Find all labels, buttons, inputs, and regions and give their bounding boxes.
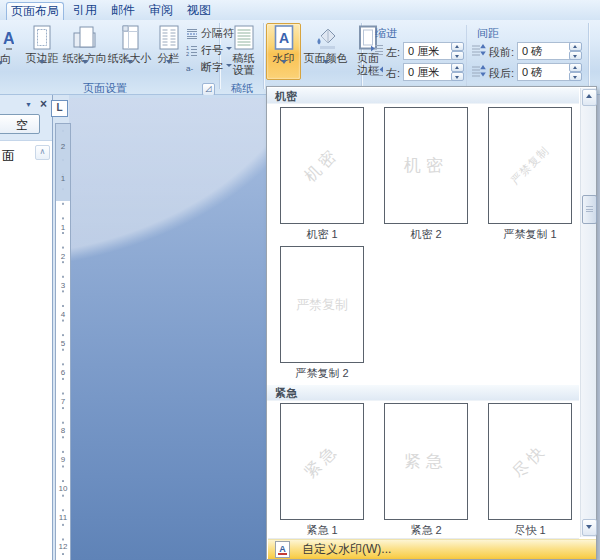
watermark-preview-text: 严禁复制 xyxy=(280,247,364,362)
word-window: 页面布局 引用 邮件 审阅 视图 A 方向 页边距 xyxy=(0,0,600,560)
space-before-label: 段前: xyxy=(489,45,514,60)
tab-stop-selector[interactable]: L xyxy=(51,100,68,117)
watermark-option-jinkuai-1[interactable]: 尽快 尽快 1 xyxy=(488,403,572,538)
watermark-option-jinji-1[interactable]: 紧急 紧急 1 xyxy=(280,403,364,538)
svg-text:2: 2 xyxy=(186,51,189,56)
dropdown-arrow-icon xyxy=(323,60,329,84)
task-pane-partial: ▼ × 空 面 ∧ xyxy=(0,95,53,560)
indent-group-label: 缩进 xyxy=(375,26,397,41)
ruler-number: 8 xyxy=(56,426,70,435)
task-pane-header: ▼ × xyxy=(0,98,52,112)
watermark-preview-text: 紧急 xyxy=(384,404,468,519)
watermark-preview-text: 严禁复制 xyxy=(488,107,572,224)
columns-icon xyxy=(155,25,183,52)
margins-icon xyxy=(28,25,56,52)
scrollbar-up-icon[interactable] xyxy=(582,89,597,106)
space-after-label: 段后: xyxy=(489,66,514,81)
close-icon[interactable]: × xyxy=(40,97,47,111)
ruler-number: 1 xyxy=(56,174,70,183)
tab-view[interactable]: 视图 xyxy=(182,2,216,19)
text-direction-label: 方向 xyxy=(0,53,20,65)
ruler-number: 2 xyxy=(56,252,70,261)
dropdown-arrow-icon xyxy=(39,60,45,84)
ruler-number: 4 xyxy=(56,310,70,319)
indent-left-icon xyxy=(370,44,384,56)
watermark-gallery-popup: 机密 机密 机密 1 机密 机密 2 严禁复制 严禁复制 1 严禁复制 严禁复制… xyxy=(266,86,597,560)
watermark-preview-text: 机密 xyxy=(280,107,364,224)
grid-paper-setup-button[interactable]: 稿纸 设置 xyxy=(224,23,263,80)
orientation-icon xyxy=(71,25,99,52)
page-color-button[interactable]: 页面颜色 xyxy=(301,23,350,80)
columns-button[interactable]: 分栏 xyxy=(151,23,186,80)
tab-review[interactable]: 审阅 xyxy=(144,2,178,19)
page-setup-group-label: 页面设置 xyxy=(70,81,140,96)
space-after-icon xyxy=(471,64,486,77)
text-direction-button[interactable]: A 方向 xyxy=(0,23,21,80)
dropdown-arrow-icon xyxy=(166,60,172,84)
indent-right-label: 右: xyxy=(386,66,400,81)
size-button[interactable]: 纸张大小 xyxy=(106,23,153,80)
ruler-number: 1 xyxy=(56,223,70,232)
grid-paper-icon xyxy=(230,25,258,52)
ribbon-tab-bar: 页面布局 引用 邮件 审阅 视图 xyxy=(0,0,600,20)
custom-watermark-label: 自定义水印(W)... xyxy=(302,541,391,558)
watermark-option-label: 严禁复制 2 xyxy=(280,366,364,381)
watermark-preview-text: 尽快 xyxy=(488,403,572,520)
watermark-option-yanjinfuzhi-1[interactable]: 严禁复制 严禁复制 1 xyxy=(488,107,572,242)
hyphenation-label: 断字 xyxy=(201,60,223,75)
tab-page-layout[interactable]: 页面布局 xyxy=(6,2,64,20)
vertical-ruler: 2 1 1 2 3 4 5 6 7 8 9 10 11 12 xyxy=(55,123,71,560)
scroll-up-icon[interactable]: ∧ xyxy=(35,145,50,160)
dropdown-arrow-icon xyxy=(0,61,3,85)
scrollbar-thumb[interactable] xyxy=(582,195,597,224)
watermark-button[interactable]: A 水印 xyxy=(266,23,301,80)
margins-button[interactable]: 页边距 xyxy=(21,23,63,80)
indent-left-input[interactable]: 0 厘米 xyxy=(403,42,453,60)
space-before-input[interactable]: 0 磅 xyxy=(517,42,571,60)
tab-references[interactable]: 引用 xyxy=(68,2,102,19)
group-separator xyxy=(588,23,589,89)
ruler-number: 2 xyxy=(56,142,70,151)
indent-right-input[interactable]: 0 厘米 xyxy=(403,63,453,81)
pane-list: 面 ∧ xyxy=(0,140,52,560)
tab-mailings[interactable]: 邮件 xyxy=(106,2,140,19)
gallery-scrollbar[interactable] xyxy=(580,88,596,537)
ruler-number: 5 xyxy=(56,339,70,348)
indent-left-stepper[interactable] xyxy=(451,42,464,59)
space-before-icon xyxy=(471,43,486,56)
watermark-option-label: 机密 1 xyxy=(280,227,364,242)
indent-right-stepper[interactable] xyxy=(451,63,464,80)
scrollbar-down-icon[interactable] xyxy=(582,519,597,536)
watermark-option-label: 机密 2 xyxy=(384,227,468,242)
size-icon xyxy=(116,25,144,52)
line-numbers-icon: 1 2 xyxy=(186,44,198,56)
dropdown-arrow-icon xyxy=(281,60,287,84)
space-after-stepper[interactable] xyxy=(569,63,582,80)
ruler-number: 10 xyxy=(56,484,70,493)
watermark-option-yanjinfuzhi-2[interactable]: 严禁复制 严禁复制 2 xyxy=(280,246,364,381)
watermark-option-jimi-2[interactable]: 机密 机密 2 xyxy=(384,107,468,242)
pane-list-item[interactable]: 面 xyxy=(2,147,15,165)
pane-menu-icon[interactable]: ▼ xyxy=(25,101,32,108)
watermark-icon: A xyxy=(270,25,298,52)
ruler-number: 11 xyxy=(56,513,70,522)
group-separator xyxy=(263,23,264,89)
watermark-option-label: 严禁复制 1 xyxy=(488,227,572,242)
ruler-number: 7 xyxy=(56,397,70,406)
orientation-button[interactable]: 纸张方向 xyxy=(61,23,108,80)
text-direction-icon: A xyxy=(0,25,14,53)
line-numbers-label: 行号 xyxy=(201,43,223,58)
ruler-number: 12 xyxy=(56,542,70,551)
watermark-option-jimi-1[interactable]: 机密 机密 1 xyxy=(280,107,364,242)
ruler-margin-zone xyxy=(56,124,70,201)
space-after-input[interactable]: 0 磅 xyxy=(517,63,571,81)
svg-text:a-: a- xyxy=(186,64,193,73)
page-color-icon xyxy=(312,25,340,52)
custom-watermark-menu-item[interactable]: A 自定义水印(W)... xyxy=(268,539,596,559)
space-before-stepper[interactable] xyxy=(569,42,582,59)
watermark-option-jinji-2[interactable]: 紧急 紧急 2 xyxy=(384,403,468,538)
pane-partial-button[interactable]: 空 xyxy=(0,114,40,134)
ribbon: A 方向 页边距 纸张方向 xyxy=(0,20,600,95)
breaks-icon xyxy=(186,27,198,39)
ruler-number: 9 xyxy=(56,455,70,464)
